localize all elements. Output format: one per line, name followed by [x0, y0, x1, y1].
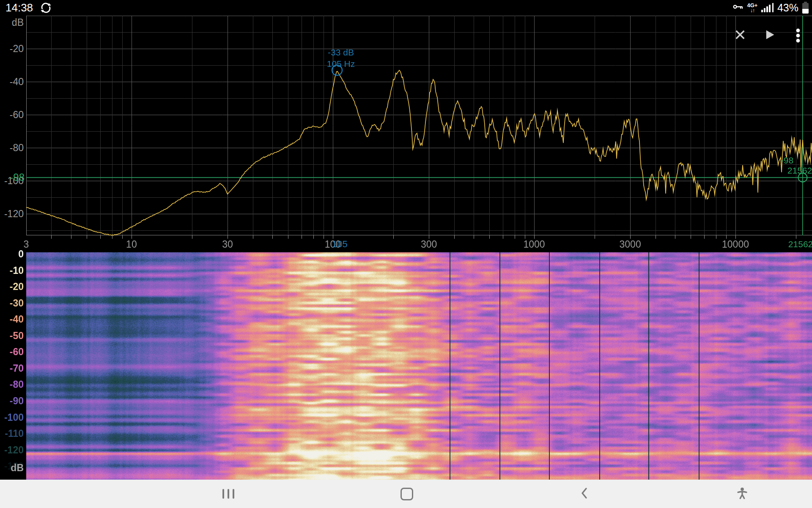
x-tick-label: 300: [421, 239, 437, 250]
spectrogram-scale-label: -100: [0, 411, 24, 423]
accessibility-button[interactable]: [717, 480, 768, 508]
spectrogram-scale-label: -30: [0, 297, 24, 309]
spectrogram-scale-label: -60: [0, 346, 24, 358]
status-bar-right: 4G+ ↓↑ 43%: [732, 0, 809, 15]
cursor-db-label-right: -98: [781, 156, 793, 165]
spectrogram-scale-label: 0: [0, 248, 24, 260]
navigation-bar: [0, 480, 812, 508]
sync-icon: [40, 2, 52, 15]
x-tick-label: 30: [222, 239, 233, 250]
key-icon: [732, 1, 743, 14]
peak-marker-hz: 105 Hz: [327, 58, 355, 69]
x-tick-label: 3: [24, 239, 29, 250]
overflow-menu-icon[interactable]: [795, 27, 801, 46]
cursor-hz-axis-label: 21562: [788, 240, 812, 249]
spectrogram-scale-label: -20: [0, 281, 24, 293]
accessibility-icon: [736, 487, 749, 501]
clock: 14:38: [5, 1, 33, 14]
peak-marker-label: -33 dB 105 Hz: [327, 47, 355, 69]
spectrogram-scale-label: -80: [0, 378, 24, 390]
spectrum-plot[interactable]: [26, 16, 812, 240]
x-tick-label: 10: [126, 239, 137, 250]
home-icon: [401, 488, 413, 500]
spectrogram-waterfall[interactable]: [26, 252, 812, 480]
back-button[interactable]: [559, 480, 610, 508]
battery-icon: [802, 3, 809, 14]
y-tick-label: -60: [0, 109, 24, 120]
peak-marker-db: -33 dB: [327, 47, 355, 58]
y-tick-label: -40: [0, 76, 24, 87]
spectrogram-unit-label: dB: [0, 462, 24, 474]
cursor-db-label-left: -98: [0, 173, 25, 182]
y-tick-label: -80: [0, 142, 24, 153]
x-tick-label: 3000: [620, 239, 641, 250]
status-bar: 14:38 4G+ ↓↑ 43%: [0, 0, 812, 15]
spectrogram-scale-label: -120: [0, 444, 24, 456]
mobile-data-4g-icon: 4G+ ↓↑: [747, 3, 758, 13]
close-icon[interactable]: [734, 29, 746, 42]
spectrogram-scale-label: -40: [0, 313, 24, 325]
plot-toolbar: [731, 26, 807, 45]
peak-marker-axis-label: 105: [332, 240, 348, 249]
spectrogram-scale-label: -90: [0, 395, 24, 407]
spectrogram-scale-label: -10: [0, 265, 24, 276]
y-tick-label: -120: [0, 208, 24, 219]
battery-percent: 43%: [777, 2, 798, 14]
spectrogram-scale-label: -50: [0, 330, 24, 342]
x-tick-label: 10000: [722, 239, 749, 250]
play-icon[interactable]: [764, 29, 776, 42]
home-button[interactable]: [381, 480, 432, 508]
cursor-hz-label-right: 21562: [787, 166, 812, 175]
signal-strength-icon: [761, 3, 774, 12]
recents-icon: [222, 489, 234, 499]
spectrogram-scale-label: -70: [0, 362, 24, 374]
y-tick-label: -20: [0, 43, 24, 54]
recents-button[interactable]: [203, 480, 254, 508]
analyzer-screen: 14:38 4G+ ↓↑ 43%: [0, 0, 812, 508]
x-tick-label: 1000: [523, 239, 545, 250]
y-axis-unit-label: dB: [0, 17, 24, 28]
spectrogram-scale-label: -110: [0, 428, 24, 439]
back-icon: [579, 487, 590, 501]
